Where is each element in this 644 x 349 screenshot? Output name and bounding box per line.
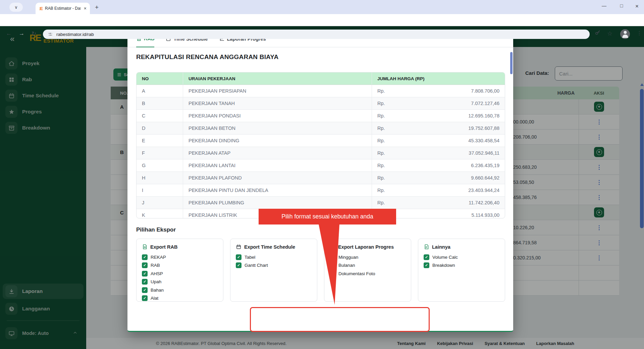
window-minimize-button[interactable]: — bbox=[599, 3, 609, 8]
bookmark-star-icon[interactable]: ☆ bbox=[607, 30, 612, 37]
export-option-rekap: ✓ REKAP bbox=[142, 253, 218, 261]
rekap-row-I: I PEKERJAAN PINTU DAN JENDELA Rp.23.403.… bbox=[137, 184, 505, 197]
browser-profile-avatar[interactable] bbox=[620, 29, 630, 39]
rekap-table: NO URAIAN PEKERJAAN JUMLAH HARGA (RP) A … bbox=[136, 72, 505, 218]
export-option-breakdown: ✓ Breakdown bbox=[424, 261, 499, 270]
checkbox-checked[interactable]: ✓ bbox=[236, 262, 241, 268]
export-option-dokumentasi-foto: ✓ Dokumentasi Foto bbox=[330, 269, 406, 278]
export-option-mingguan: ✓ Mingguan bbox=[330, 253, 406, 261]
modal-scrollbar-thumb[interactable] bbox=[510, 52, 513, 74]
pdf-icon bbox=[424, 244, 429, 250]
browser-menu-kebab-icon[interactable]: ⋮ bbox=[637, 30, 642, 36]
rekap-row-F: F PEKERJAAN ATAP Rp.37.052.946,11 bbox=[137, 147, 505, 159]
rekap-row-G: G PEKERJAAN LANTAI Rp.6.236.435,19 bbox=[137, 159, 505, 172]
browser-tab[interactable]: :E RAB Estimator - Dashboard × bbox=[36, 3, 90, 14]
checkbox-checked[interactable]: ✓ bbox=[142, 254, 148, 260]
modal-title: REKAPITULASI RENCANA ANGGARAN BIAYA bbox=[136, 53, 278, 61]
rekap-row-H: H PEKERJAAN PLAFOND Rp.9.660.644,92 bbox=[137, 172, 505, 184]
rekap-header-row: NO URAIAN PEKERJAAN JUMLAH HARGA (RP) bbox=[137, 72, 505, 85]
checkbox-checked[interactable]: ✓ bbox=[142, 271, 148, 277]
export-option-alat: ✓ Alat bbox=[142, 294, 218, 303]
browser-toolbar: ← → ↻ rabestimator.id/rab ☆ ⋮ bbox=[0, 14, 644, 26]
export-option-volume-calc: ✓ Volume Calc bbox=[424, 253, 499, 261]
checkbox-checked[interactable]: ✓ bbox=[424, 262, 429, 268]
tab-close-icon[interactable]: × bbox=[83, 6, 87, 11]
export-modal: RAB Time Schedule Laporan Progres REKAPI… bbox=[127, 30, 513, 332]
rekap-row-B: B PEKERJAAN TANAH Rp.7.072.127,46 bbox=[137, 97, 505, 110]
new-tab-button[interactable]: + bbox=[95, 4, 99, 11]
export-option-upah: ✓ Upah bbox=[142, 278, 218, 286]
checkbox-checked[interactable]: ✓ bbox=[424, 254, 429, 260]
file-icon bbox=[142, 244, 148, 250]
rekap-row-J: J PEKERJAAN PLUMBING Rp.11.742.206,40 bbox=[137, 197, 505, 209]
window-close-button[interactable]: × bbox=[632, 3, 642, 10]
export-card-export-time-schedule: Export Time Schedule ✓ Tabel ✓ Gantt Cha… bbox=[230, 239, 317, 302]
export-section-title: Pilihan Ekspor bbox=[136, 227, 176, 233]
export-option-bahan: ✓ Bahan bbox=[142, 286, 218, 294]
forward-icon[interactable]: → bbox=[19, 30, 24, 37]
rekap-row-E: E PEKERJAAN DINDING Rp.45.330.458,54 bbox=[137, 135, 505, 147]
rekap-row-A: A PEKERJAAN PERSIAPAN Rp.7.808.706,00 bbox=[137, 85, 505, 97]
tab-search-button[interactable]: ∨ bbox=[9, 3, 23, 12]
checkbox-checked[interactable]: ✓ bbox=[142, 262, 148, 268]
rekap-row-C: C PEKERJAAN PONDASI Rp.12.695.160,78 bbox=[137, 110, 505, 122]
export-option-gantt-chart: ✓ Gantt Chart bbox=[236, 261, 312, 270]
checkbox-checked[interactable]: ✓ bbox=[236, 254, 241, 260]
export-option-bulanan: ✓ Bulanan bbox=[330, 261, 406, 270]
rekap-row-D: D PEKERJAAN BETON Rp.19.752.607,88 bbox=[137, 122, 505, 135]
back-icon[interactable]: ← bbox=[6, 30, 12, 37]
export-card-lainnya: Lainnya ✓ Volume Calc ✓ Breakdown bbox=[418, 239, 505, 302]
favicon-icon: :E bbox=[39, 6, 43, 11]
calendar-icon bbox=[236, 244, 241, 250]
guide-tooltip: Pilih format sesuai kebutuhan anda bbox=[259, 209, 396, 225]
export-option-ahsp: ✓ AHSP bbox=[142, 269, 218, 278]
modal-button-row: ×TutupDownload PDFExcel dengan RumusExce… bbox=[127, 311, 513, 328]
reload-icon[interactable]: ↻ bbox=[32, 30, 36, 37]
password-key-icon[interactable] bbox=[595, 30, 601, 36]
browser-tab-strip: ∨ :E RAB Estimator - Dashboard × + — □ × bbox=[0, 0, 644, 14]
checkbox-checked[interactable]: ✓ bbox=[142, 279, 148, 285]
checkbox-checked[interactable]: ✓ bbox=[142, 287, 148, 293]
tab-title: RAB Estimator - Dashboard bbox=[45, 6, 81, 11]
url-text: rabestimator.id/rab bbox=[56, 32, 94, 37]
site-info-icon[interactable] bbox=[48, 32, 53, 37]
export-option-cards: Export RAB ✓ REKAP ✓ RAB ✓ AHSP ✓ Upah ✓… bbox=[136, 239, 505, 302]
export-option-tabel: ✓ Tabel bbox=[236, 253, 312, 261]
window-maximize-button[interactable]: □ bbox=[616, 3, 627, 8]
export-option-rab: ✓ RAB bbox=[142, 261, 218, 270]
export-card-export-rab: Export RAB ✓ REKAP ✓ RAB ✓ AHSP ✓ Upah ✓… bbox=[136, 239, 223, 302]
checkbox-checked[interactable]: ✓ bbox=[142, 295, 148, 301]
address-bar[interactable]: rabestimator.id/rab bbox=[43, 30, 590, 39]
